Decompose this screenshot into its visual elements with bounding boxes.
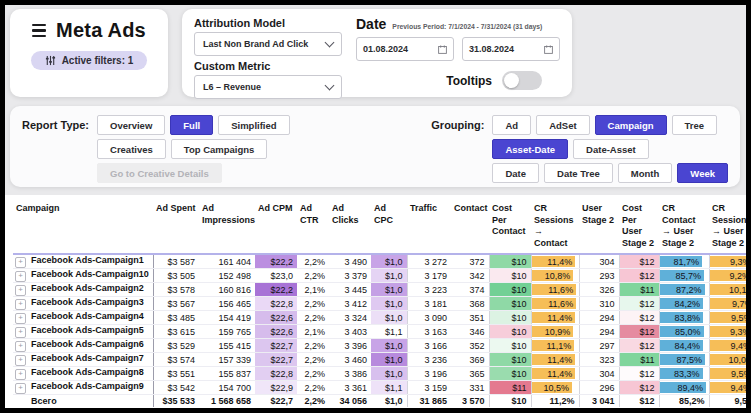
data-bar: 9,5% xyxy=(710,312,747,323)
column-header-ad_impressions[interactable]: Ad Impressions xyxy=(199,197,255,254)
column-header-cr_contact_user_stage_2[interactable]: CR Contact → User Stage 2 xyxy=(659,197,709,254)
grouping-button-month[interactable]: Month xyxy=(618,163,673,183)
campaign-name: Facebook Ads-Campaign1 xyxy=(31,255,144,265)
cell-ad_ctr: 2,2% xyxy=(297,395,329,408)
column-header-ad_clicks[interactable]: Ad Clicks xyxy=(329,197,371,254)
custom-metric-label: Custom Metric xyxy=(194,60,342,72)
column-header-contact[interactable]: Contact xyxy=(451,197,489,254)
cell-user_stage_2: 296 xyxy=(579,381,619,395)
grouping-button-date-asset[interactable]: Date-Asset xyxy=(573,139,649,159)
grouping-button-adset[interactable]: AdSet xyxy=(536,115,589,135)
date-label: Date xyxy=(356,16,386,32)
cell-ad_cpm: $22,2 xyxy=(255,254,297,269)
column-header-ad_cpc[interactable]: Ad CPC xyxy=(371,197,407,254)
expand-icon[interactable]: + xyxy=(15,285,26,296)
active-filters-badge[interactable]: Active filters: 1 xyxy=(31,51,148,70)
report-type-button-top-campaigns[interactable]: Top Campaigns xyxy=(171,139,268,159)
grouping-button-asset-date[interactable]: Asset-Date xyxy=(492,139,568,159)
campaign-name: Facebook Ads-Campaign6 xyxy=(31,339,144,349)
cell-ad_ctr: 2,1% xyxy=(297,325,329,339)
cell-contact: 352 xyxy=(451,339,489,353)
cell-ad_cpc: $1,1 xyxy=(371,381,407,395)
date-end-input[interactable]: 31.08.2024 xyxy=(462,37,560,61)
cell-traffic: 3 159 xyxy=(407,381,451,395)
column-header-ad_ctr[interactable]: Ad CTR xyxy=(297,197,329,254)
cell-ad_cpc: $1,0 xyxy=(371,395,407,408)
cell-cr_sessions_user_stage_2: 9,3% xyxy=(709,254,746,269)
report-type-button-full[interactable]: Full xyxy=(170,115,213,135)
grouping-button-date-tree[interactable]: Date Tree xyxy=(544,163,613,183)
grouping-button-date[interactable]: Date xyxy=(492,163,539,183)
column-header-campaign[interactable]: Campaign xyxy=(13,197,153,254)
go-to-creative-details-button[interactable]: Go to Creative Details xyxy=(97,163,222,183)
campaign-name: Facebook Ads-Campaign5 xyxy=(31,325,144,335)
column-header-user_stage_2[interactable]: User Stage 2 xyxy=(579,197,619,254)
table-row: +Facebook Ads-Campaign3$3 567156 465$22,… xyxy=(13,297,746,311)
expand-icon[interactable]: + xyxy=(15,355,26,366)
expand-icon[interactable]: + xyxy=(15,341,26,352)
date-start-input[interactable]: 01.08.2024 xyxy=(356,37,454,61)
cell-contact: 331 xyxy=(451,381,489,395)
top-bar: Meta Ads Active filters: 1 Attribution M… xyxy=(5,5,746,97)
data-bar: 9,7% xyxy=(710,298,747,309)
column-header-cost_per_contact[interactable]: Cost Per Contact xyxy=(489,197,531,254)
cell-ad_spent: $3 542 xyxy=(153,381,199,395)
expand-icon[interactable]: + xyxy=(15,383,26,394)
cell-cr_contact_user_stage_2: 87,2% xyxy=(659,283,709,297)
report-type-button-simplified[interactable]: Simplified xyxy=(218,115,289,135)
cell-ad_cpc: $1,0 xyxy=(371,297,407,311)
data-bar: 11,6% xyxy=(532,284,577,295)
column-header-cost_per_user_stage_2[interactable]: Cost Per User Stage 2 xyxy=(619,197,659,254)
calendar-icon xyxy=(544,45,553,54)
cell-cost_per_contact: $10 xyxy=(489,269,531,283)
expand-icon[interactable]: + xyxy=(15,313,26,324)
expand-icon[interactable]: + xyxy=(15,299,26,310)
date-end-value: 31.08.2024 xyxy=(469,44,514,54)
filters-icon xyxy=(45,55,56,66)
cell-traffic: 3 090 xyxy=(407,311,451,325)
column-header-ad_cpm[interactable]: Ad CPM xyxy=(255,197,297,254)
column-header-traffic[interactable]: Traffic xyxy=(407,197,451,254)
column-header-ad_spent[interactable]: Ad Spent xyxy=(153,197,199,254)
tooltips-toggle[interactable] xyxy=(502,71,542,90)
cell-ad_cpc: $1,0 xyxy=(371,254,407,269)
attribution-model-select[interactable]: Last Non Brand Ad Click xyxy=(194,32,342,56)
grouping-button-tree[interactable]: Tree xyxy=(672,115,718,135)
grouping-button-campaign[interactable]: Campaign xyxy=(595,115,667,135)
data-bar: 9,4% xyxy=(710,382,747,393)
cell-ad_cpc: $1,0 xyxy=(371,353,407,367)
report-type-button-creatives[interactable]: Creatives xyxy=(97,139,166,159)
cell-ad_cpm: $22,8 xyxy=(255,297,297,311)
grouping-button-ad[interactable]: Ad xyxy=(492,115,531,135)
custom-metric-select[interactable]: L6 – Revenue xyxy=(194,75,342,99)
cell-ad_cpm: $22,7 xyxy=(255,339,297,353)
cell-cr_contact_user_stage_2: 84,2% xyxy=(659,297,709,311)
chevron-down-icon xyxy=(325,38,335,48)
expand-icon[interactable]: + xyxy=(15,271,26,282)
cell-ad_impressions: 159 765 xyxy=(199,325,255,339)
cell-ad_ctr: 2,2% xyxy=(297,269,329,283)
cell-traffic: 3 163 xyxy=(407,325,451,339)
cell-cr_sessions_contact: 11,4% xyxy=(531,367,579,381)
grouping-button-week[interactable]: Week xyxy=(677,163,728,183)
column-header-cr_sessions_user_stage_2[interactable]: CR Sessions → User Stage 2 xyxy=(709,197,746,254)
report-type-button-overview[interactable]: Overview xyxy=(97,115,165,135)
cell-ad_clicks: 34 056 xyxy=(329,395,371,408)
grouping-buttons: AdAdSetCampaignTreeAsset-DateDate-AssetD… xyxy=(492,115,728,179)
cell-cr_sessions_user_stage_2: 10,0% xyxy=(709,353,746,367)
cell-user_stage_2: 293 xyxy=(579,269,619,283)
campaign-name: Facebook Ads-Campaign7 xyxy=(31,353,144,363)
expand-icon[interactable]: + xyxy=(15,327,26,338)
menu-icon[interactable] xyxy=(32,24,46,37)
cell-cr_sessions_user_stage_2: 9,4% xyxy=(709,381,746,395)
expand-icon[interactable]: + xyxy=(15,257,26,268)
expand-icon[interactable]: + xyxy=(15,369,26,380)
cell-ad_impressions: 1 568 658 xyxy=(199,395,255,408)
cell-cr_sessions_user_stage_2: 9,5% xyxy=(709,367,746,381)
cell-ad_clicks: 3 490 xyxy=(329,254,371,269)
cell-user_stage_2: 294 xyxy=(579,311,619,325)
cell-ad_cpc: $1,0 xyxy=(371,283,407,297)
cell-cost_per_contact: $10 xyxy=(489,254,531,269)
data-bar: 10,8% xyxy=(532,270,574,281)
column-header-cr_sessions_contact[interactable]: CR Sessions → Contact xyxy=(531,197,579,254)
